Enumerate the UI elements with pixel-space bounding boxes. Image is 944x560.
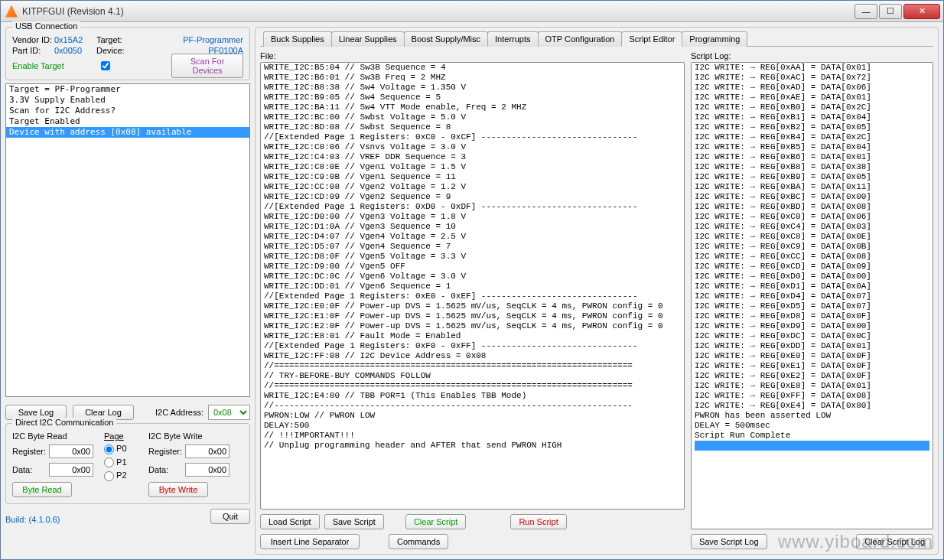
reg-r-label: Register:	[12, 447, 46, 456]
tab-boost-supply-misc[interactable]: Boost Supply/Misc	[404, 31, 488, 47]
tab-interrupts[interactable]: Interrupts	[487, 31, 538, 47]
window-title: KITPFGUI (Revision 4.1)	[22, 6, 853, 17]
tab-linear-supplies[interactable]: Linear Supplies	[331, 31, 405, 47]
page-p2-radio[interactable]: P2	[104, 470, 141, 481]
reg-w-label: Register:	[148, 447, 182, 456]
target-log-list[interactable]: Target = PF-Programmer3.3V Supply Enable…	[5, 83, 250, 397]
data-write-input[interactable]	[185, 463, 229, 477]
titlebar[interactable]: KITPFGUI (Revision 4.1) — ☐ ✕	[1, 1, 943, 22]
data-r-label: Data:	[12, 465, 46, 474]
minimize-button[interactable]: —	[854, 4, 877, 19]
part-id-label: Part ID:	[12, 46, 54, 55]
insert-separator-button[interactable]: Insert Line Separator	[260, 534, 360, 549]
target-log-item[interactable]: Device with address [0x08] available	[6, 127, 249, 138]
maximize-button[interactable]: ☐	[879, 4, 902, 19]
commands-button[interactable]: Commands	[389, 534, 448, 549]
device-label: Device:	[96, 46, 131, 55]
byte-write-button[interactable]: Byte Write	[148, 482, 208, 497]
main-window: KITPFGUI (Revision 4.1) — ☐ ✕ USB Connec…	[0, 0, 944, 560]
load-script-button[interactable]: Load Script	[260, 514, 320, 529]
script-log-textbox[interactable]: I2C WRITE: → REG[0xAA] = DATA[0x01]I2C W…	[691, 62, 933, 529]
tabs: Buck SuppliesLinear SuppliesBoost Supply…	[260, 31, 933, 47]
close-button[interactable]: ✕	[903, 4, 940, 19]
reg-write-input[interactable]	[185, 444, 229, 458]
vendor-id-value[interactable]: 0x15A2	[54, 35, 96, 44]
target-log-item[interactable]: Target Enabled	[6, 116, 249, 127]
i2c-addr-label: I2C Address:	[155, 408, 203, 417]
target-value[interactable]: PF-Programmer	[131, 35, 243, 44]
clear-script-button[interactable]: Clear Script	[405, 514, 466, 529]
tab-otp-configuration[interactable]: OTP Configuration	[538, 31, 623, 47]
enable-target-checkbox[interactable]	[101, 61, 110, 70]
page-p1-radio[interactable]: P1	[104, 457, 141, 468]
file-label: File:	[260, 51, 685, 60]
i2c-write-label: I2C Byte Write	[148, 431, 233, 441]
clear-script-log-button[interactable]: Clear Script Log	[856, 534, 933, 549]
target-log-item[interactable]: Scan for I2C Address?	[6, 106, 249, 116]
target-log-item[interactable]: Target = PF-Programmer	[6, 84, 249, 95]
script-log-label: Script Log:	[691, 51, 933, 60]
enable-target-link[interactable]: Enable Target	[12, 61, 64, 70]
vendor-id-label: Vendor ID:	[12, 35, 54, 44]
page-label: Page	[104, 431, 141, 441]
direct-group-title: Direct I2C Communication	[12, 418, 116, 427]
target-log-item[interactable]: 3.3V Supply Enabled	[6, 95, 249, 106]
app-icon	[5, 5, 18, 18]
data-w-label: Data:	[148, 465, 182, 474]
save-script-log-button[interactable]: Save Script Log	[691, 534, 767, 549]
target-label: Target:	[96, 35, 131, 44]
tab-buck-supplies[interactable]: Buck Supplies	[263, 31, 332, 47]
byte-read-button[interactable]: Byte Read	[12, 482, 72, 497]
part-id-value[interactable]: 0x0050	[54, 46, 96, 55]
tab-programming[interactable]: Programming	[682, 31, 747, 47]
data-read-input[interactable]	[49, 463, 93, 477]
reg-read-input[interactable]	[49, 444, 93, 458]
direct-i2c-group: Direct I2C Communication I2C Byte Read R…	[5, 423, 250, 504]
script-editor-textbox[interactable]: WRITE_I2C:B5:04 // Sw3B Sequence = 4 WRI…	[260, 62, 685, 510]
usb-connection-group: USB Connection Vendor ID: 0x15A2 Target:…	[5, 27, 250, 80]
usb-group-title: USB Connection	[12, 21, 80, 31]
i2c-addr-select[interactable]: 0x08	[208, 405, 250, 420]
page-p0-radio[interactable]: P0	[104, 444, 141, 454]
quit-button[interactable]: Quit	[210, 509, 250, 524]
scan-devices-button[interactable]: Scan For Devices	[171, 54, 243, 78]
i2c-read-label: I2C Byte Read	[12, 431, 96, 441]
run-script-button[interactable]: Run Script	[510, 514, 566, 529]
tab-script-editor[interactable]: Script Editor	[621, 31, 682, 47]
build-label: Build: (4.1.0.6)	[5, 515, 60, 524]
save-script-button[interactable]: Save Script	[324, 514, 384, 529]
